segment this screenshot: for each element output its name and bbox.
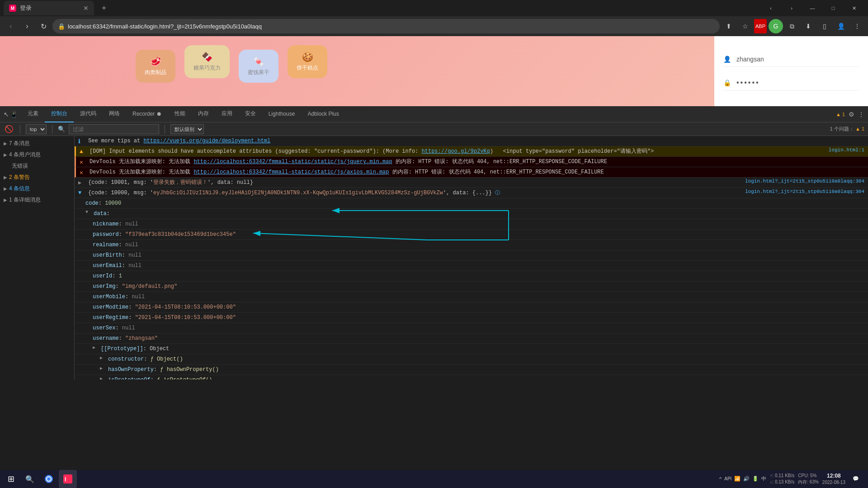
- account-button[interactable]: 👤: [834, 19, 848, 33]
- profile-button[interactable]: G: [769, 19, 783, 33]
- food-icon-meat: 🥩 肉类制品: [136, 50, 175, 83]
- sidebar-item-verbose[interactable]: ▶ 1 条详细消息: [0, 194, 74, 206]
- console-text-tip: See more tips at https://vuejs.org/guide…: [88, 137, 864, 145]
- tab-memory[interactable]: 内存: [192, 106, 215, 122]
- tab-application[interactable]: 应用: [215, 106, 239, 122]
- new-tab-button[interactable]: +: [98, 2, 110, 14]
- time-display: 12:08: [822, 472, 845, 480]
- proto-expand-icon: ▶: [93, 345, 95, 350]
- address-bar[interactable]: 🔒 localhost:63342/fmmall-static/login.ht…: [52, 19, 720, 33]
- tab-sources[interactable]: 源代码: [74, 106, 103, 122]
- sidebar-item-user[interactable]: ▶ 4 条用户消息: [0, 149, 74, 160]
- top-context-select[interactable]: top: [26, 124, 47, 134]
- console-text-nickname: nickname: null: [93, 220, 864, 228]
- tab-close-button[interactable]: ✕: [83, 5, 89, 12]
- window-close[interactable]: ✕: [844, 0, 864, 16]
- extensions-button[interactable]: ⧉: [785, 19, 799, 33]
- tab-console[interactable]: 控制台: [45, 106, 74, 122]
- prop-usersex: userSex: null: [75, 323, 868, 333]
- back-button[interactable]: ‹: [4, 19, 18, 33]
- password-field: 🔒 ••••••: [723, 75, 859, 91]
- taskbar-search[interactable]: 🔍: [21, 470, 39, 488]
- forward-button[interactable]: ›: [20, 19, 34, 33]
- console-text-userbirth: userBirth: null: [93, 251, 864, 259]
- taskbar-stats: ↑: 0.11 KB/s ↓: 0.13 KB/s: [770, 473, 794, 485]
- tab-network[interactable]: 网络: [103, 106, 126, 122]
- console-text-userregtime: userRegtime: "2021-04-15T08:10:53.000+00…: [93, 314, 864, 322]
- food-icon-chocolate: 🍫 糖果巧克力: [184, 45, 230, 78]
- clear-console-button[interactable]: 🚫: [4, 124, 14, 135]
- log-level-select[interactable]: 默认级别: [170, 124, 204, 134]
- console-text-usermodtime: userModtime: "2021-04-15T08:10:53.000+00…: [93, 303, 864, 311]
- lock-icon: 🔒: [58, 23, 65, 30]
- issue-count-badge: ▲ 1: [836, 112, 845, 117]
- prop-data[interactable]: ▼ data:: [75, 209, 868, 219]
- tab-elements[interactable]: 元素: [21, 106, 45, 122]
- ipo-expand-icon: ▶: [100, 376, 103, 380]
- console-line-login-success[interactable]: ▼ {code: 10000, msg: 'eyJhbGciOiJIUzI1Ni…: [75, 188, 868, 198]
- prop-isprototypeof[interactable]: ▶ isPrototypeOf: ƒ isPrototypeOf(): [75, 375, 868, 380]
- browser-tab[interactable]: M 登录 ✕: [4, 1, 94, 15]
- tab-performance[interactable]: 性能: [168, 106, 192, 122]
- tab-security[interactable]: 安全: [239, 106, 262, 122]
- console-sidebar: ▶ 7 条消息 ▶ 4 条用户消息 无错误 ▶ 2 条警告 ▶ 4 条信息: [0, 136, 75, 380]
- devtools-more[interactable]: ⋮: [858, 111, 864, 118]
- sidebar-item-warnings[interactable]: ▶ 2 条警告: [0, 172, 74, 183]
- devtools-pointer[interactable]: ↖: [4, 111, 9, 118]
- window-maximize[interactable]: □: [823, 0, 844, 16]
- console-text-login-error: {code: 10001, msg: '登录失败，密码错误！', data: n…: [88, 178, 741, 187]
- devtools-settings[interactable]: ⚙: [849, 111, 854, 118]
- volume-icon: 🔊: [743, 476, 750, 482]
- devtools-device[interactable]: 📱: [10, 111, 18, 118]
- next-arrow[interactable]: ›: [781, 0, 802, 16]
- sidebar-label-verbose: 1 条详细消息: [9, 196, 41, 204]
- notification-button[interactable]: 💬: [849, 472, 863, 486]
- user-icon: 👤: [723, 56, 731, 63]
- sidebar-item-info[interactable]: ▶ 4 条信息: [0, 183, 74, 194]
- console-text-code: code: 10000: [85, 199, 864, 207]
- tab-bar: M 登录 ✕ + ‹ › — □ ✕: [0, 0, 868, 16]
- tab-adblock[interactable]: Adblock Plus: [301, 106, 345, 122]
- axios-link[interactable]: http://localhost:63342/fmmall-static/sta…: [193, 169, 389, 175]
- sidebar-item-errors[interactable]: 无错误: [0, 160, 74, 172]
- prev-arrow[interactable]: ‹: [760, 0, 781, 16]
- vuejs-link[interactable]: https://vuejs.org/guide/deployment.html: [143, 138, 270, 144]
- prop-usermobile: userMobile: null: [75, 292, 868, 302]
- expand-tray[interactable]: ^: [719, 476, 722, 482]
- taskbar-idea[interactable]: I: [59, 470, 77, 488]
- console-text-userimg: userImg: "img/default.png": [93, 282, 864, 291]
- food-label-biscuit: 饼干糕点: [297, 64, 318, 72]
- source-login-success: login.html?_ijt=2t15_stp0u5i10a0laqq:304: [745, 189, 864, 194]
- jquery-link[interactable]: http://localhost:63342/fmmall-static/sta…: [193, 159, 392, 165]
- sidebar-toggle[interactable]: ▯: [817, 19, 832, 33]
- tab-recorder[interactable]: Recorder ⏺: [126, 106, 168, 122]
- tab-lighthouse[interactable]: Lighthouse: [262, 106, 302, 122]
- share-button[interactable]: ⬆: [722, 19, 736, 33]
- adblock-badge[interactable]: ABP: [754, 19, 767, 33]
- login-area: 👤 zhangsan 🔒 ••••••: [714, 36, 868, 106]
- prop-userregtime: userRegtime: "2021-04-15T08:10:53.000+00…: [75, 313, 868, 323]
- download-button[interactable]: ⬇: [801, 19, 816, 33]
- svg-text:I: I: [65, 476, 66, 483]
- prop-constructor[interactable]: ▶ constructor: ƒ Object(): [75, 354, 868, 365]
- food-label-chocolate: 糖果巧克力: [193, 64, 221, 72]
- bookmark-button[interactable]: ☆: [738, 19, 752, 33]
- console-filter-input[interactable]: [69, 124, 159, 134]
- goo-link[interactable]: https://goo.gl/9p2vKq: [422, 148, 490, 155]
- console-text-constructor: constructor: ƒ Object(): [108, 355, 864, 363]
- start-button[interactable]: ⊞: [2, 470, 20, 488]
- taskbar-chrome[interactable]: [40, 470, 58, 488]
- prop-password: password: "f379eaf3c831b04de153469d1bec3…: [75, 230, 868, 240]
- sidebar-item-all[interactable]: ▶ 7 条消息: [0, 138, 74, 149]
- window-minimize[interactable]: —: [802, 0, 823, 16]
- sidebar-label-all: 7 条消息: [9, 140, 30, 147]
- menu-button[interactable]: ⋮: [850, 19, 864, 33]
- input-method[interactable]: 中: [761, 475, 766, 482]
- network-speed-down: ↓: 0.13 KB/s: [770, 479, 794, 485]
- prop-hasownproperty[interactable]: ▶ hasOwnProperty: ƒ hasOwnProperty(): [75, 365, 868, 375]
- console-text-userid: userId: 1: [93, 272, 864, 280]
- refresh-button[interactable]: ↻: [36, 19, 51, 33]
- separator-2: [52, 125, 52, 134]
- error-icon: ✕: [80, 159, 86, 166]
- prop-prototype[interactable]: ▶ [[Prototype]]: Object: [75, 344, 868, 354]
